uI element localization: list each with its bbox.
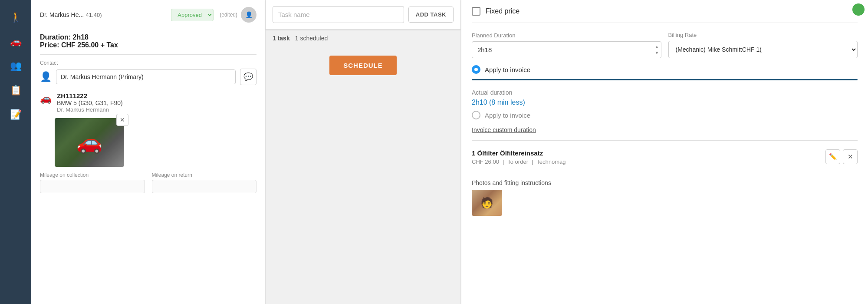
duration-input-wrapper: ▲ ▼	[472, 41, 661, 58]
sidebar: 🚶 🚗 👥 📋 📝	[0, 0, 31, 304]
team-nav-icon[interactable]: 👥	[5, 56, 26, 76]
task-input-row: ADD TASK	[266, 0, 460, 30]
chat-button[interactable]: 💬	[240, 69, 256, 85]
duration-text: Duration: 2h18	[40, 33, 256, 41]
billing-rate-label: Billing Rate	[668, 32, 858, 38]
actual-duration-value: 2h10 (8 min less)	[472, 99, 858, 106]
car-image-wrapper: ✕	[55, 118, 124, 167]
duration-stepper: ▲ ▼	[654, 44, 660, 56]
scheduled-count: 1 scheduled	[295, 35, 328, 42]
oil-filter-price: CHF 26.00	[472, 159, 499, 165]
fixed-price-checkbox[interactable]	[472, 7, 480, 16]
apply-invoice-radio-row: Apply to invoice	[472, 65, 858, 74]
middle-panel: ADD TASK 1 task 1 scheduled SCHEDULE	[266, 0, 461, 304]
oil-filter-details: CHF 26.00 | To order | Technomag	[472, 159, 566, 165]
price-info-text: 41.40)	[86, 12, 102, 18]
contact-label: Contact	[40, 60, 256, 66]
tasks-info-bar: 1 task 1 scheduled	[266, 30, 460, 47]
divider-oil	[472, 140, 858, 141]
vehicle-info: ZH111222 BMW 5 (G30, G31, F90) Dr. Marku…	[57, 92, 123, 113]
remove-image-button[interactable]: ✕	[116, 114, 128, 126]
green-status-dot	[852, 3, 865, 16]
blue-underline	[472, 79, 858, 80]
status-select[interactable]: Approved	[171, 9, 214, 21]
price-text: Price: CHF 256.00 + Tax	[40, 41, 256, 49]
contact-person-icon: 👤	[40, 71, 52, 83]
actual-apply-invoice-label: Apply to invoice	[485, 112, 530, 119]
contact-row: 👤 Dr. Markus Hermann (Primary) 💬	[40, 69, 256, 85]
contact-section: Contact 👤 Dr. Markus Hermann (Primary) 💬	[40, 60, 256, 85]
oil-filter-pipe-1: |	[503, 159, 504, 165]
right-panel-wrapper: Fixed price Planned Duration ▲ ▼ Billing	[461, 0, 868, 304]
add-task-button[interactable]: ADD TASK	[408, 7, 454, 23]
mileage-return-label: Mileage on return	[152, 172, 257, 178]
planned-section: Planned Duration ▲ ▼ Billing Rate (Mecha…	[472, 32, 858, 58]
photos-section: Photos and fitting instructions 🧑	[472, 179, 858, 216]
invoice-custom-link[interactable]: Invoice custom duration	[472, 126, 858, 133]
oil-filter-row: 1 Ölfilter Ölfiltereinsatz CHF 26.00 | T…	[472, 146, 858, 169]
actual-apply-invoice-row: Apply to invoice	[472, 111, 858, 119]
duration-decrease-btn[interactable]: ▼	[654, 50, 660, 56]
oil-filter-supplier: Technomag	[536, 159, 566, 165]
oil-filter-pipe-2: |	[532, 159, 533, 165]
billing-rate-select[interactable]: (Mechanic) Mike SchmittCHF 1(	[668, 41, 858, 58]
doctor-name-truncated: Dr. Markus He... 41.40)	[40, 11, 102, 19]
person-nav-icon[interactable]: 🚶	[5, 7, 26, 28]
doctor-name-text: Dr. Markus He...	[40, 11, 84, 18]
task-count: 1 task	[273, 35, 290, 42]
apply-invoice-radio[interactable]	[472, 65, 480, 74]
mileage-collection-label: Mileage on collection	[40, 172, 145, 178]
vehicle-section: 🚗 ZH111222 BMW 5 (G30, G31, F90) Dr. Mar…	[40, 92, 256, 113]
status-row: Dr. Markus He... 41.40) Approved (edited…	[40, 7, 256, 23]
divider-photos	[472, 174, 858, 174]
oil-filter-edit-button[interactable]: ✏️	[825, 149, 840, 164]
avatar-icon: 👤	[241, 7, 256, 23]
duration-input[interactable]	[472, 41, 661, 58]
mileage-return-input[interactable]	[152, 180, 257, 193]
actual-duration-section: Actual duration 2h10 (8 min less) Apply …	[472, 89, 858, 119]
vehicle-icon: 🚗	[40, 93, 52, 104]
schedule-area: SCHEDULE	[266, 47, 460, 304]
oil-filter-delete-button[interactable]: ✕	[843, 149, 858, 164]
add-list-nav-icon[interactable]: 📝	[5, 104, 26, 125]
car-nav-icon[interactable]: 🚗	[5, 31, 26, 52]
list-nav-icon[interactable]: 📋	[5, 80, 26, 101]
photo-thumbnail: 🧑	[472, 190, 502, 216]
planned-duration-field: Planned Duration ▲ ▼	[472, 32, 661, 58]
contact-select[interactable]: Dr. Markus Hermann (Primary)	[56, 69, 236, 84]
planned-row: Planned Duration ▲ ▼ Billing Rate (Mecha…	[472, 32, 858, 58]
divider-2	[40, 54, 256, 55]
status-area: Approved (edited) 👤	[171, 7, 256, 23]
mileage-section: Mileage on collection Mileage on return	[40, 172, 256, 193]
actual-duration-label: Actual duration	[472, 89, 858, 96]
fixed-price-label: Fixed price	[486, 7, 519, 15]
oil-filter-title: 1 Ölfilter Ölfiltereinsatz	[472, 149, 566, 157]
oil-filter-info: 1 Ölfilter Ölfiltereinsatz CHF 26.00 | T…	[472, 149, 566, 165]
mileage-return-field: Mileage on return	[152, 172, 257, 193]
task-name-input[interactable]	[273, 6, 404, 23]
mileage-collection-field: Mileage on collection	[40, 172, 145, 193]
fixed-price-row: Fixed price	[472, 7, 858, 23]
actual-apply-invoice-radio[interactable]	[472, 111, 480, 119]
vehicle-model: BMW 5 (G30, G31, F90)	[57, 99, 123, 106]
billing-rate-field: Billing Rate (Mechanic) Mike SchmittCHF …	[668, 32, 858, 58]
right-panel: Fixed price Planned Duration ▲ ▼ Billing	[461, 0, 868, 304]
vehicle-plate: ZH111222	[57, 92, 123, 99]
oil-filter-actions: ✏️ ✕	[825, 149, 858, 164]
photos-label: Photos and fitting instructions	[472, 179, 858, 186]
planned-duration-label: Planned Duration	[472, 32, 661, 39]
schedule-button[interactable]: SCHEDULE	[329, 56, 397, 75]
duration-price-section: Duration: 2h18 Price: CHF 256.00 + Tax	[40, 33, 256, 49]
apply-invoice-label: Apply to invoice	[485, 66, 530, 73]
divider-1	[40, 28, 256, 28]
edited-tag: (edited)	[220, 12, 237, 18]
oil-filter-status: To order	[507, 159, 528, 165]
duration-increase-btn[interactable]: ▲	[654, 44, 660, 50]
car-photo	[55, 118, 124, 167]
mileage-collection-input[interactable]	[40, 180, 145, 193]
vehicle-owner: Dr. Markus Hermann	[57, 106, 123, 113]
left-panel: Dr. Markus He... 41.40) Approved (edited…	[31, 0, 266, 304]
